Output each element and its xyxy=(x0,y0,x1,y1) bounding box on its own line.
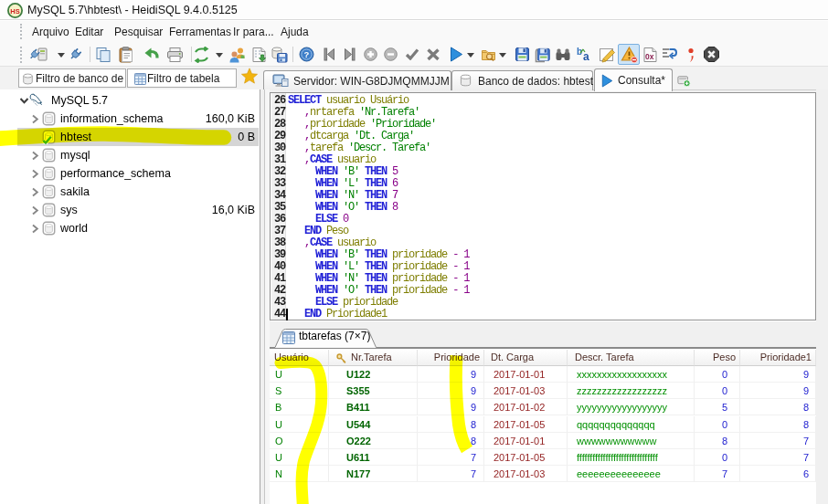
svg-text:?: ? xyxy=(304,49,310,59)
svg-text:a: a xyxy=(583,50,589,62)
svg-text:HS: HS xyxy=(10,7,19,16)
svg-text:0x: 0x xyxy=(645,52,654,61)
